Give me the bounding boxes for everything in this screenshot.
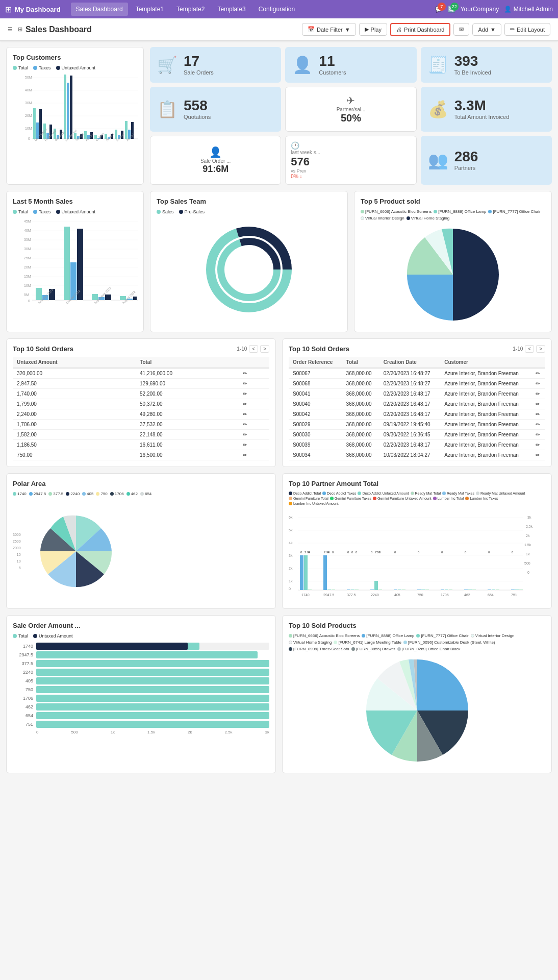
play-button[interactable]: ▶ Play	[359, 23, 387, 36]
edit-icon[interactable]: ✏	[239, 430, 270, 440]
legend-taxes: Taxes	[33, 65, 51, 70]
partner-bar-svg: 6k 5k 4k 3k 2k 1k 0 3k 2.5k 2k 1.5k 1k 5…	[289, 508, 539, 600]
edit-icon[interactable]: ✏	[239, 379, 270, 389]
edit-icon[interactable]: ✏	[239, 409, 270, 420]
svg-text:2240: 2240	[371, 593, 379, 597]
legend-acoustic: [FURN_6666] Acoustic Bloc Screens	[361, 209, 432, 214]
svg-text:10M: 10M	[25, 127, 32, 130]
print-dashboard-button[interactable]: 🖨 Print Dashboard	[390, 23, 451, 36]
edit-icon[interactable]: ✏	[531, 420, 545, 430]
hbar-row-2240: 2240	[13, 669, 269, 676]
edit-icon[interactable]: ✏	[531, 389, 545, 399]
legend-chair-black: [FURN_0269] Office Chair Black	[397, 647, 461, 651]
customers-value: 11	[319, 54, 346, 68]
partner-sal-value: 50%	[341, 112, 361, 124]
activity-icon[interactable]: 🔄22	[448, 6, 455, 13]
top10-right-table-scroll[interactable]: Order Reference Total Creation Date Cust…	[289, 357, 545, 460]
prev-page-btn-right[interactable]: <	[525, 345, 534, 353]
table-row: 2,947.50129,690.00✏	[13, 379, 269, 389]
hbar-row-29475: 2947.5	[13, 651, 269, 658]
last5-legend-untaxed: Untaxed Amount	[56, 209, 96, 214]
svg-text:0: 0	[309, 551, 311, 554]
edit-icon[interactable]: ✏	[531, 430, 545, 440]
quotations-kpi[interactable]: 📋 558 Quotations	[150, 87, 281, 132]
edit-icon[interactable]: ✏	[239, 399, 270, 409]
sale-order-amount-kpi[interactable]: 👤 Sale Order ... 91:6M	[150, 136, 281, 185]
navigation-icon: ✈	[346, 94, 355, 107]
hbar-row-1740: 1740	[13, 643, 269, 650]
message-icon[interactable]: 💬7	[435, 6, 443, 13]
legend-total: Total	[13, 65, 28, 70]
sale-orders-kpi[interactable]: 🛒 17 Sale Orders	[150, 47, 281, 83]
svg-text:0: 0	[379, 551, 381, 554]
top10-sold-right-card: Top 10 Sold Orders 1-10 < > Order Refere…	[282, 338, 552, 467]
edit-icon[interactable]: ✏	[531, 379, 545, 389]
svg-text:751: 751	[511, 593, 517, 597]
top-customers-chart: 50M 40M 30M 20M 10M 0	[13, 72, 137, 144]
sidebar-toggle-icon[interactable]: ☰	[8, 26, 13, 33]
next-page-btn-left[interactable]: >	[260, 345, 269, 353]
edit-layout-button[interactable]: ✏ Edit Layout	[504, 23, 550, 36]
sale-order-x-value: 91:6M	[202, 164, 229, 175]
last-week-kpi[interactable]: 🕐 last week s... 576 vs Prev 0% ↓	[285, 136, 416, 185]
svg-rect-169	[515, 590, 519, 590]
svg-text:2947.5: 2947.5	[323, 593, 335, 597]
edit-icon[interactable]: ✏	[239, 368, 270, 379]
edit-icon[interactable]: ✏	[531, 399, 545, 409]
calendar-icon: 📅	[308, 26, 315, 33]
add-button[interactable]: Add ▼	[472, 23, 501, 36]
partners-kpi[interactable]: 👥 286 Partners	[421, 136, 552, 185]
sale-orders-info: 17 Sale Orders	[184, 54, 214, 76]
svg-text:5M: 5M	[24, 293, 29, 297]
edit-icon[interactable]: ✏	[239, 440, 270, 450]
to-be-invoiced-kpi[interactable]: 🧾 393 To Be Invoiced	[421, 47, 552, 83]
sale-order-amount-title: Sale Order Amount ...	[13, 622, 269, 629]
row3: Top 10 Sold Orders 1-10 < > Untaxed Amou…	[6, 338, 552, 467]
svg-rect-164	[492, 590, 495, 590]
date-filter-button[interactable]: 📅 Date Filter ▼	[302, 23, 356, 36]
total-invoiced-info: 3.3M Total Amount Invoiced	[454, 99, 510, 120]
legend-office-chair2: [FURN_7777] Office Chair	[416, 633, 468, 638]
kpi-row3: 👤 Sale Order ... 91:6M 🕐 last week s... …	[150, 136, 552, 185]
clock-icon: 🕐	[291, 141, 411, 150]
legend-untaxed: Untaxed Amount	[56, 65, 96, 70]
edit-icon[interactable]: ✏	[239, 420, 270, 430]
partner-sal-kpi[interactable]: ✈ Partner/sal... 50%	[285, 87, 416, 132]
chevron-down-icon: ▼	[345, 27, 350, 33]
edit-icon[interactable]: ✏	[239, 450, 270, 460]
polar-legend-1706: 1706	[110, 492, 124, 496]
nav-item-template2[interactable]: Template2	[171, 3, 210, 16]
polar-legend: 1740 2947.5 377.5 2240 405 750 1706 462 …	[13, 492, 269, 496]
top10-left-header: Top 10 Sold Orders 1-10 < >	[13, 345, 269, 353]
svg-text:2k: 2k	[526, 534, 530, 537]
total-invoiced-kpi[interactable]: 💰 3.3M Total Amount Invoiced	[421, 87, 552, 132]
edit-icon[interactable]: ✏	[531, 409, 545, 420]
svg-rect-150	[425, 590, 429, 590]
prev-page-btn-left[interactable]: <	[249, 345, 258, 353]
last5-card: Last 5 Month Sales Total Taxes Untaxed A…	[6, 191, 144, 332]
table-row: 750.0016,500.00✏	[13, 450, 269, 460]
edit-icon[interactable]: ✏	[531, 450, 545, 460]
nav-item-configuration[interactable]: Configuration	[253, 3, 300, 16]
nav-item-sales-dashboard[interactable]: Sales Dashboard	[71, 3, 128, 16]
grid-icon: ⊞	[5, 5, 12, 14]
email-button[interactable]: ✉	[453, 23, 469, 36]
hbar-row-3775: 377.5	[13, 660, 269, 667]
svg-text:0: 0	[371, 551, 373, 554]
edit-icon[interactable]: ✏	[531, 440, 545, 450]
edit-icon[interactable]: ✏	[531, 368, 545, 379]
user-avatar[interactable]: 👤 Mitchell Admin	[504, 6, 553, 13]
customers-kpi[interactable]: 👤 11 Customers	[285, 47, 416, 83]
top10-products-title: Top 10 Sold Products	[289, 622, 545, 629]
nav-item-template3[interactable]: Template3	[212, 3, 250, 16]
svg-text:0: 0	[28, 137, 30, 140]
legend-gemini-untaxed: Gemini Furniture Untaxed Amount	[373, 497, 432, 500]
nav-item-template1[interactable]: Template1	[131, 3, 169, 16]
edit-icon[interactable]: ✏	[239, 389, 270, 399]
svg-rect-118	[308, 590, 312, 590]
svg-rect-39	[125, 121, 128, 139]
legend-virtual-home: Virtual Home Staging	[407, 216, 449, 220]
top10-left-table-scroll[interactable]: Untaxed Amount Total 320,000.0041,216,00…	[13, 357, 269, 460]
next-page-btn-right[interactable]: >	[536, 345, 545, 353]
sale-orders-label: Sale Orders	[184, 69, 214, 76]
